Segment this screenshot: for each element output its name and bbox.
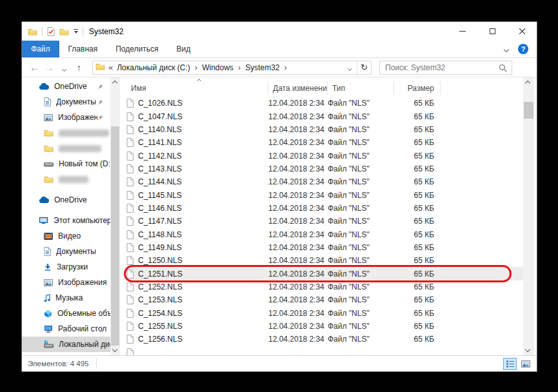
up-button[interactable]: ↑ [72,63,86,72]
new-folder-button[interactable] [59,28,69,35]
sidebar-item-redacted[interactable] [22,125,110,141]
sidebar-item-музыка[interactable]: Музыка [22,290,110,306]
sidebar-item-загрузки[interactable]: Загрузки [22,259,110,275]
file-row-c-1250-nls[interactable]: C_1250.NLS12.04.2018 2:34Файл "NLS"65 КБ [126,254,523,267]
sidebar-item-этот-компьютер[interactable]: Этот компьютер [22,213,110,228]
file-row-c-1256-nls[interactable]: C_1256.NLS12.04.2018 2:34Файл "NLS"65 КБ [126,333,523,346]
file-type: Файл "NLS" [328,270,394,279]
breadcrumb-separator-icon[interactable]: › [238,63,241,72]
file-size: 65 КБ [394,138,441,147]
file-name: C_1140.NLS [138,125,268,134]
file-row-c-1254-nls[interactable]: C_1254.NLS12.04.2018 2:34Файл "NLS"65 КБ [126,307,523,320]
maximize-button[interactable] [477,22,507,41]
redacted-label [59,145,101,152]
sidebar-item-объемные-объ[interactable]: Объемные объ [22,306,110,321]
column-header-тип[interactable]: Тип [328,81,394,95]
tab-файл[interactable]: Файл [22,41,59,57]
file-row-c-1143-nls[interactable]: C_1143.NLS12.04.2018 2:34Файл "NLS"65 КБ [126,162,523,175]
scroll-down-icon[interactable] [112,347,117,352]
file-name: C_1255.NLS [138,322,268,331]
scroll-up-icon[interactable] [112,81,117,86]
sidebar-item-redacted[interactable] [22,172,110,187]
scroll-up-icon[interactable] [525,81,530,86]
sidebar-item-документы[interactable]: Документы [22,94,110,110]
sidebar-item-изображени[interactable]: Изображени [22,110,110,125]
file-row-c-1026-nls[interactable]: C_1026.NLS12.04.2018 2:34Файл "NLS"65 КБ [126,97,523,110]
file-date: 12.04.2018 2:34 [268,309,328,318]
file-type: Файл "NLS" [328,164,394,173]
close-icon [519,28,526,35]
sidebar-item-onedrive[interactable]: OneDrive [22,192,110,208]
sidebar-item-видео[interactable]: Видео [22,228,110,244]
scrollbar-thumb[interactable] [524,102,533,119]
sidebar-scrollbar[interactable] [110,77,120,355]
address-bar[interactable]: « Локальный диск (C:)›Windows›System32› … [92,61,372,75]
file-row-c-1255-nls[interactable]: C_1255.NLS12.04.2018 2:34Файл "NLS"65 КБ [126,320,523,333]
breadcrumb-overflow-chevron[interactable]: « [108,63,113,72]
file-row-c-1145-nls[interactable]: C_1145.NLS12.04.2018 2:34Файл "NLS"65 КБ [126,188,523,201]
sidebar-item-изображения[interactable]: Изображения [22,275,110,290]
column-header-дата-изменения[interactable]: Дата изменения [268,81,328,95]
file-name: C_1026.NLS [138,99,268,108]
sidebar-item-новый-том-(d:)[interactable]: Новый том (D:) [22,156,110,172]
back-button[interactable]: ← [27,63,42,72]
file-row-c-1146-nls[interactable]: C_1146.NLS12.04.2018 2:34Файл "NLS"65 КБ [126,202,523,215]
pin-icon [97,99,103,105]
file-name: C_1251.NLS [138,270,268,279]
file-row-partial[interactable] [126,346,523,355]
minimize-button[interactable] [448,22,477,41]
file-row-c-1252-nls[interactable]: C_1252.NLS12.04.2018 2:34Файл "NLS"65 КБ [126,280,523,293]
tab-главная[interactable]: Главная [59,41,107,57]
sidebar-item-redacted[interactable] [22,141,110,156]
search-input[interactable] [380,61,512,74]
refresh-button[interactable]: ↻ [357,63,371,72]
file-date: 12.04.2018 2:34 [268,112,328,121]
file-name: C_1146.NLS [138,204,268,213]
thumbnails-view-button[interactable] [519,358,532,370]
file-row-c-1144-nls[interactable]: C_1144.NLS12.04.2018 2:34Файл "NLS"65 КБ [126,175,523,188]
sidebar-item-документы[interactable]: Документы [22,244,110,259]
forward-button[interactable]: → [42,63,57,72]
file-row-c-1251-nls[interactable]: C_1251.NLS12.04.2018 2:34Файл "NLS"65 КБ [126,267,523,280]
breadcrumb-separator-icon[interactable]: › [284,63,287,72]
scroll-down-icon[interactable] [525,347,530,352]
ribbon-collapse-button[interactable] [504,44,508,54]
breadcrumb-segment-локальный-диск-(c:)[interactable]: Локальный диск (C:) [117,63,190,72]
file-row-c-1140-nls[interactable]: C_1140.NLS12.04.2018 2:34Файл "NLS"65 КБ [126,123,523,136]
status-bar: Элементов: 4 495 [22,355,537,371]
address-dropdown-button[interactable] [343,63,357,72]
column-header-размер[interactable]: Размер [394,81,441,95]
file-row-c-1142-nls[interactable]: C_1142.NLS12.04.2018 2:34Файл "NLS"65 КБ [126,149,523,162]
column-header-имя[interactable]: Имя [126,81,268,95]
titlebar: System32 [22,22,537,41]
close-button[interactable] [507,22,537,41]
file-row-c-1149-nls[interactable]: C_1149.NLS12.04.2018 2:34Файл "NLS"65 КБ [126,241,523,254]
properties-button[interactable] [47,27,55,36]
file-date: 12.04.2018 2:34 [268,138,328,147]
tab-поделиться[interactable]: Поделиться [106,41,167,57]
sidebar-item-onedrive[interactable]: OneDrive [22,79,110,94]
tab-вид[interactable]: Вид [167,41,199,57]
breadcrumb-segment-windows[interactable]: Windows [202,63,234,72]
file-icon [126,177,134,186]
file-row-c-1147-nls[interactable]: C_1147.NLS12.04.2018 2:34Файл "NLS"65 КБ [126,215,523,228]
file-icon [126,112,134,121]
qat-dropdown-icon[interactable] [74,29,78,34]
file-row-c-1047-nls[interactable]: C_1047.NLS12.04.2018 2:34Файл "NLS"65 КБ [126,110,523,122]
sidebar-item-рабочий-стол[interactable]: Рабочий стол [22,321,110,337]
breadcrumb-segment-system32[interactable]: System32 [245,63,279,72]
sidebar-item-локальный-дис[interactable]: Локальный дис [22,337,110,352]
file-row-c-1253-nls[interactable]: C_1253.NLS12.04.2018 2:34Файл "NLS"65 КБ [126,293,523,306]
sidebar-item-label: Этот компьютер [54,216,110,225]
recent-locations-button[interactable] [57,63,72,72]
file-row-c-1141-nls[interactable]: C_1141.NLS12.04.2018 2:34Файл "NLS"65 КБ [126,136,523,149]
system-drive-icon [44,340,54,348]
list-scrollbar[interactable] [523,77,534,355]
help-button[interactable]: ? [518,44,528,54]
file-icon [126,204,134,213]
qat-separator [42,27,43,35]
scrollbar-thumb[interactable] [111,126,119,346]
breadcrumb-separator-icon[interactable]: › [195,63,197,72]
file-row-c-1148-nls[interactable]: C_1148.NLS12.04.2018 2:34Файл "NLS"65 КБ [126,228,523,240]
details-view-button[interactable] [503,358,517,370]
